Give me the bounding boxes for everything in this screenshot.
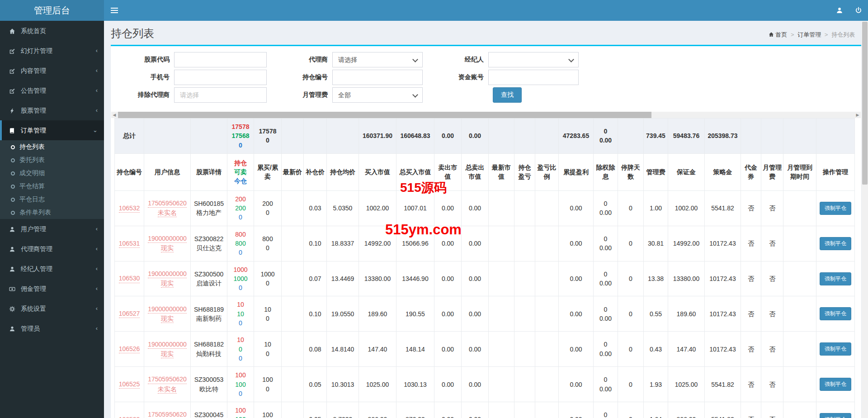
exclude-agent-input[interactable]	[174, 87, 267, 103]
sidebar-item-commission[interactable]: 佣金管理‹	[0, 279, 104, 299]
total-xr: 00.00	[594, 119, 618, 154]
user-name-link[interactable]: 未实名	[158, 209, 177, 217]
sidebar-item-agents[interactable]: 代理商管理‹	[0, 239, 104, 259]
cell-monthly_fee: 否	[761, 226, 783, 261]
sidebar-item-notice[interactable]: 公告管理‹	[0, 81, 104, 100]
sidebar-item-label: 幻灯片管理	[21, 47, 52, 54]
position-id-input[interactable]	[332, 70, 423, 85]
stock-code: SZ300822	[192, 234, 226, 243]
user-phone-link[interactable]: 19000000000	[148, 270, 187, 278]
stock-name: 格力地产	[192, 208, 226, 217]
cell-monthly_expire	[783, 332, 816, 367]
sidebar-item-orders[interactable]: 订单管理⌄	[0, 120, 104, 140]
cell-suspend: 0	[618, 402, 644, 418]
position-id-link[interactable]: 106525	[119, 380, 140, 389]
force-close-button[interactable]: 强制平仓	[820, 202, 851, 215]
scroll-left-arrow-icon[interactable]: ◀	[111, 112, 118, 118]
user-phone-link[interactable]: 17505950620	[148, 199, 187, 208]
sidebar-subitem-close-log[interactable]: 平仓日志	[0, 193, 104, 206]
sidebar-item-brokers[interactable]: 经纪人管理‹	[0, 259, 104, 279]
column-header-mgmt_fee: 管理费	[644, 153, 668, 190]
cell-pos: 100010000	[227, 261, 254, 296]
position-id-link[interactable]: 106527	[119, 309, 140, 318]
sidebar-subitem-close-settle[interactable]: 平仓结算	[0, 180, 104, 193]
edit-icon	[9, 81, 21, 101]
user-phone-link[interactable]: 19000000000	[148, 234, 187, 243]
cell-pnl_ratio	[535, 367, 559, 402]
position-id-link[interactable]: 106522	[119, 415, 140, 418]
cell-stock: SZ300500启迪设计	[191, 261, 227, 296]
force-close-button[interactable]: 强制平仓	[820, 342, 851, 356]
force-close-button[interactable]: 强制平仓	[820, 272, 851, 285]
cell-suspend: 0	[618, 367, 644, 402]
monthly-fee-select[interactable]: 全部	[332, 87, 423, 103]
cell-margin: 866.00	[668, 402, 705, 418]
sidebar-subitem-entrust[interactable]: 委托列表	[0, 153, 104, 166]
cell-buy_value: 1025.00	[359, 367, 396, 402]
agent-select[interactable]: 请选择	[332, 52, 423, 67]
edit-icon	[9, 41, 21, 61]
sidebar-subitem-positions[interactable]: 持仓列表	[0, 140, 104, 153]
breadcrumb-orders-link[interactable]: 订单管理	[797, 31, 821, 38]
cell-pnl_ratio	[535, 261, 559, 296]
force-close-button[interactable]: 强制平仓	[820, 307, 851, 320]
sidebar-toggle-button[interactable]	[104, 0, 125, 21]
force-close-button[interactable]: 强制平仓	[820, 413, 851, 418]
user-name-link[interactable]: 现实	[161, 244, 174, 252]
sidebar-submenu-orders: 持仓列表委托列表成交明细平仓结算平仓日志条件单列表	[0, 140, 104, 219]
cell-pos_pnl	[514, 332, 535, 367]
cell-mgmt_fee: 0.43	[644, 332, 668, 367]
stock-code-input[interactable]	[174, 52, 267, 67]
broker-select[interactable]	[488, 52, 579, 67]
sidebar-item-stocks[interactable]: 股票管理‹	[0, 100, 104, 120]
position-id-link[interactable]: 106526	[119, 345, 140, 353]
cell-total_sell_value: 0.00	[462, 332, 489, 367]
sidebar-item-admins[interactable]: 管理员‹	[0, 318, 104, 338]
vertical-scrollbar[interactable]	[862, 21, 868, 418]
stock-code: SZ300500	[192, 270, 226, 279]
search-button[interactable]: 查找	[493, 87, 522, 103]
app-logo[interactable]: 管理后台	[0, 0, 104, 21]
sidebar-subitem-deals[interactable]: 成交明细	[0, 166, 104, 180]
cell-pos_pnl	[514, 226, 535, 261]
cell-sell_value: 0.00	[434, 402, 462, 418]
breadcrumb-home-link[interactable]: 首页	[769, 31, 788, 38]
vertical-scrollbar-thumb[interactable]	[862, 22, 868, 185]
sidebar-subitem-condition-orders[interactable]: 条件单列表	[0, 206, 104, 219]
phone-input[interactable]	[174, 70, 267, 85]
scroll-right-arrow-icon[interactable]: ▶	[854, 112, 861, 118]
sidebar-item-content[interactable]: 内容管理‹	[0, 61, 104, 81]
force-close-button[interactable]: 强制平仓	[820, 237, 851, 250]
cell-mgmt_fee: 1.64	[644, 402, 668, 418]
sidebar-item-home[interactable]: 系统首页	[0, 21, 104, 41]
sidebar-item-slides[interactable]: 幻灯片管理‹	[0, 41, 104, 61]
fund-account-input[interactable]	[488, 70, 579, 85]
user-name-link[interactable]: 现实	[161, 314, 174, 323]
user-phone-link[interactable]: 19000000000	[148, 340, 187, 349]
total-monthly_expire	[783, 119, 816, 154]
user-icon	[9, 239, 21, 259]
horizontal-scrollbar-thumb[interactable]	[118, 112, 651, 118]
watermark-2: 515ym.com	[385, 222, 462, 238]
cell-user: 17505950620未实名	[144, 367, 191, 402]
sidebar-item-settings[interactable]: 系统设置‹	[0, 299, 104, 318]
user-name-link[interactable]: 现实	[161, 350, 174, 358]
force-close-button[interactable]: 强制平仓	[820, 378, 851, 391]
cell-pos_id: 106532	[115, 190, 144, 226]
sidebar-item-users[interactable]: 用户管理‹	[0, 219, 104, 239]
user-phone-link[interactable]: 17505950620	[148, 375, 187, 384]
position-id-link[interactable]: 106531	[119, 239, 140, 248]
user-name-link[interactable]: 未实名	[158, 385, 177, 394]
user-name-link[interactable]: 现实	[161, 279, 174, 288]
cell-cum_profit: 0.00	[559, 402, 594, 418]
position-id-link[interactable]: 106530	[119, 274, 140, 283]
user-icon[interactable]	[830, 0, 849, 21]
cell-sell_value: 0.00	[434, 296, 462, 332]
cell-monthly_fee: 否	[761, 332, 783, 367]
user-phone-link[interactable]: 19000000000	[148, 305, 187, 314]
power-icon[interactable]	[849, 0, 868, 21]
cell-total_buy_value: 190.55	[396, 296, 434, 332]
user-phone-link[interactable]: 17505950620	[148, 410, 187, 418]
horizontal-scrollbar[interactable]: ◀ ▶	[111, 112, 861, 118]
position-id-link[interactable]: 106532	[119, 204, 140, 213]
